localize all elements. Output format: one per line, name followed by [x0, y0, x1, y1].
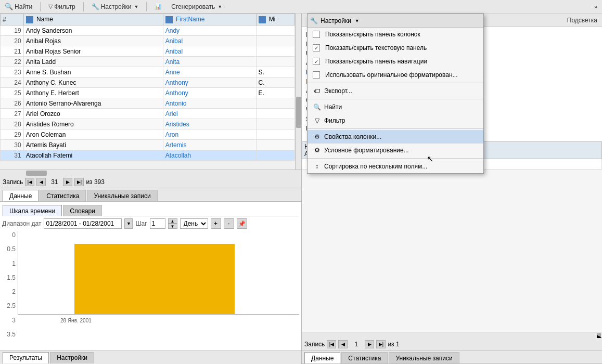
cell-firstname: Andy — [163, 25, 256, 36]
step-down-btn[interactable]: ▼ — [168, 224, 177, 229]
chart-y-axis: 3.5 3 2.5 2 1.5 1 0.5 0 — [2, 231, 18, 338]
table-row[interactable]: 25Anthony E. HerbertAnthonyE. — [1, 88, 295, 98]
right-tab-statistics[interactable]: Статистика — [341, 352, 388, 363]
chart-bar — [74, 244, 235, 314]
toolbar-generate-btn[interactable]: Сгенерировать ▼ — [169, 2, 225, 11]
menu-item-show-nav[interactable]: Показать/скрыть панель навигации — [308, 55, 483, 68]
timeline-tabs-bar: Шкала времени Словари — [0, 202, 301, 216]
right-nav-last-btn[interactable]: ▶| — [376, 340, 386, 348]
cell-mi — [256, 36, 295, 46]
col-header-name[interactable]: Name — [23, 14, 163, 25]
menu-item-multi-sort[interactable]: ↕ Сортировка по нескольким полям... — [308, 160, 483, 173]
pin-btn[interactable]: 📌 — [237, 218, 247, 229]
right-nav-first-btn[interactable]: |◀ — [327, 340, 336, 348]
nav-first-btn[interactable]: |◀ — [25, 178, 34, 186]
menu-item-col-props[interactable]: ⚙ Свойства колонки... — [308, 130, 483, 144]
table-row[interactable]: 31Atacollah FatemiAtacollah — [1, 150, 295, 161]
menu-divider-2 — [308, 99, 483, 99]
tab-results[interactable]: Результаты — [3, 352, 49, 363]
tab-dictionaries[interactable]: Словари — [63, 205, 102, 216]
step-spinner: ▲ ▼ — [168, 218, 177, 229]
cell-firstname: Artemis — [163, 140, 256, 150]
tab-statistics[interactable]: Статистика — [40, 190, 86, 201]
right-record-current: 1 — [350, 341, 363, 348]
day-select[interactable]: День — [180, 218, 208, 229]
cell-name: Atacollah Fatemi — [23, 150, 163, 161]
zoom-in-btn[interactable]: + — [211, 218, 221, 229]
right-scroll-right[interactable]: ▶ — [597, 333, 601, 337]
menu-divider-4 — [308, 158, 483, 159]
toolbar-more-btn[interactable]: » — [592, 3, 600, 11]
cell-firstname: Ariel — [163, 109, 256, 119]
vertical-scrollbar[interactable] — [295, 14, 301, 170]
cell-mi — [256, 46, 295, 57]
menu-label-filter: Фильтр — [324, 117, 345, 124]
table-row[interactable]: 20Anibal RojasAnibal — [1, 36, 295, 46]
range-dropdown-btn[interactable]: ▼ — [124, 218, 133, 229]
checkbox-use-format[interactable] — [313, 71, 320, 79]
nav-prev-btn[interactable]: ◀ — [36, 178, 46, 186]
step-up-btn[interactable]: ▲ — [168, 218, 177, 224]
table-row[interactable]: 24Anthony C. KunecAnthonyC. — [1, 77, 295, 88]
left-panel: # Name FirstName — [0, 14, 302, 364]
table-row[interactable]: 19Andy SandersonAndy — [1, 25, 295, 36]
table-row[interactable]: 28Aristides RomeroAristides — [1, 119, 295, 129]
table-row[interactable]: 23Anne S. BushanAnneS. — [1, 67, 295, 77]
menu-item-filter[interactable]: ▽ Фильтр — [308, 114, 483, 127]
col-header-mi[interactable]: Mi — [256, 14, 295, 25]
scrollbar-thumb[interactable] — [296, 97, 301, 128]
highlight-btn[interactable]: Подсветка — [565, 16, 600, 25]
right-record-label: Запись — [304, 341, 325, 348]
table-body: 19Andy SandersonAndy20Anibal RojasAnibal… — [1, 25, 295, 161]
table-row[interactable]: 29Aron ColemanAron — [1, 129, 295, 140]
record-label: Запись — [3, 178, 23, 186]
cell-firstname: Anibal — [163, 46, 256, 57]
menu-gear2-icon: ⚙ — [313, 146, 321, 154]
right-tab-unique[interactable]: Уникальные записи — [389, 352, 459, 363]
tab-unique-records[interactable]: Уникальные записи — [87, 190, 157, 201]
toolbar-chart-btn[interactable]: 📊 — [152, 2, 164, 11]
nav-next-btn[interactable]: ▶ — [63, 178, 72, 186]
nav-last-btn[interactable]: ▶| — [74, 178, 84, 186]
right-record-nav: Запись |◀ ◀ 1 ▶ ▶| из 1 — [302, 338, 602, 350]
zoom-out-btn[interactable]: - — [224, 218, 234, 229]
menu-item-find[interactable]: 🔍 Найти — [308, 100, 483, 114]
timeline-controls: Диапазон дат ▼ Шаг ▲ ▼ День + - 📌 — [2, 218, 299, 229]
col-header-num[interactable]: # — [1, 14, 24, 25]
table-row[interactable]: 26Antonio Serrano-AlvarengaAntonio — [1, 98, 295, 109]
menu-item-export[interactable]: 🏷 Экспорт... — [308, 84, 483, 98]
horizontal-scrollbar[interactable] — [0, 170, 301, 176]
toolbar-settings-btn[interactable]: 🔧 Настройки ▼ — [89, 2, 142, 11]
right-nav-next-btn[interactable]: ▶ — [365, 340, 374, 348]
right-h-scrollbar[interactable]: ▶ — [302, 332, 602, 338]
right-nav-prev-btn[interactable]: ◀ — [338, 340, 348, 348]
tab-timeline[interactable]: Шкала времени — [3, 205, 62, 216]
menu-item-use-format[interactable]: Использовать оригинальное форматирован..… — [308, 68, 483, 82]
step-input[interactable] — [150, 218, 165, 229]
cell-name: Anne S. Bushan — [23, 67, 163, 77]
menu-divider-1 — [308, 83, 483, 83]
cell-firstname: Aron — [163, 129, 256, 140]
col-header-firstname[interactable]: FirstName — [163, 14, 256, 25]
table-row[interactable]: 21Anibal Rojas SeniorAnibal — [1, 46, 295, 57]
h-scrollbar-thumb[interactable] — [26, 171, 47, 176]
table-row[interactable]: 22Anita LaddAnita — [1, 57, 295, 67]
toolbar-find-btn[interactable]: 🔍 Найти — [2, 2, 35, 11]
right-record-total: из 1 — [388, 341, 399, 348]
checkbox-show-cols[interactable] — [313, 31, 320, 38]
checkbox-show-text[interactable] — [313, 44, 320, 51]
menu-item-show-text[interactable]: Показать/скрыть текстовую панель — [308, 41, 483, 55]
menu-item-cond-format[interactable]: ⚙ Условное форматирование... — [308, 144, 483, 157]
right-tab-data[interactable]: Данные — [304, 352, 340, 363]
name-col-icon — [26, 16, 33, 23]
toolbar-filter-btn[interactable]: ▽ Фильтр — [46, 2, 78, 11]
tab-data[interactable]: Данные — [3, 190, 39, 201]
menu-item-show-cols[interactable]: Показать/скрыть панель колонок — [308, 28, 483, 41]
tab-settings[interactable]: Настройки — [50, 352, 94, 363]
menu-sort-icon: ↕ — [313, 162, 321, 171]
table-row[interactable]: 30Artemis BayatiArtemis — [1, 140, 295, 150]
filter-icon: ▽ — [48, 3, 53, 10]
checkbox-show-nav[interactable] — [313, 58, 320, 65]
table-row[interactable]: 27Ariel OrozcoAriel — [1, 109, 295, 119]
date-range-input[interactable] — [44, 218, 122, 229]
